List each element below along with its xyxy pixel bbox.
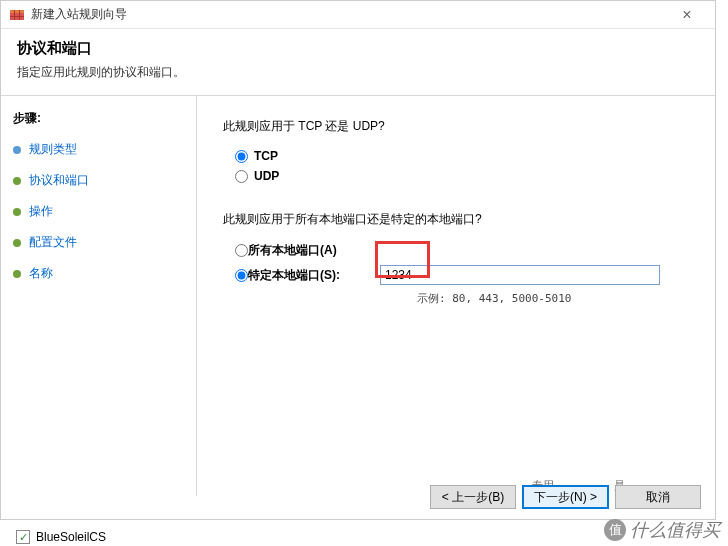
step-action[interactable]: 操作 — [13, 203, 184, 220]
radio-udp-label: UDP — [254, 169, 279, 183]
radio-tcp[interactable] — [235, 150, 248, 163]
app-name-label: BlueSoleilCS — [36, 530, 106, 544]
radio-specific-ports[interactable] — [235, 269, 248, 282]
next-button[interactable]: 下一步(N) > — [522, 485, 609, 509]
bullet-icon — [13, 270, 21, 278]
back-button[interactable]: < 上一步(B) — [430, 485, 516, 509]
radio-udp[interactable] — [235, 170, 248, 183]
titlebar: 新建入站规则向导 × — [1, 1, 715, 29]
watermark-text: 什么值得买 — [630, 518, 720, 542]
radio-specific-ports-label: 特定本地端口(S): — [248, 267, 340, 284]
bullet-icon — [13, 239, 21, 247]
port-input[interactable] — [380, 265, 660, 285]
protocol-radio-group: TCP UDP — [235, 149, 689, 183]
window-title: 新建入站规则向导 — [31, 6, 667, 23]
page-title: 协议和端口 — [17, 39, 699, 58]
bullet-icon — [13, 208, 21, 216]
cancel-button[interactable]: 取消 — [615, 485, 701, 509]
step-name[interactable]: 名称 — [13, 265, 184, 282]
watermark: 值 什么值得买 — [604, 518, 720, 542]
checkbox-icon[interactable]: ✓ — [16, 530, 30, 544]
wizard-body: 步骤: 规则类型 协议和端口 操作 配置文件 名称 此规则应用于 TCP 还是 … — [1, 96, 715, 496]
wizard-main: 此规则应用于 TCP 还是 UDP? TCP UDP 此规则应用于所有本地端口还… — [197, 96, 715, 496]
close-button[interactable]: × — [667, 6, 707, 24]
radio-all-ports-label: 所有本地端口(A) — [248, 242, 337, 259]
step-protocol-port[interactable]: 协议和端口 — [13, 172, 184, 189]
firewall-icon — [9, 7, 25, 23]
steps-sidebar: 步骤: 规则类型 协议和端口 操作 配置文件 名称 — [1, 96, 197, 496]
watermark-icon: 值 — [604, 519, 626, 541]
steps-heading: 步骤: — [13, 110, 184, 127]
page-subtitle: 指定应用此规则的协议和端口。 — [17, 64, 699, 81]
svg-rect-1 — [10, 10, 24, 13]
step-rule-type[interactable]: 规则类型 — [13, 141, 184, 158]
port-example-text: 示例: 80, 443, 5000-5010 — [417, 291, 689, 306]
svg-rect-3 — [14, 10, 15, 20]
background-list-row: ✓ BlueSoleilCS — [16, 530, 106, 544]
wizard-window: 新建入站规则向导 × 协议和端口 指定应用此规则的协议和端口。 步骤: 规则类型… — [0, 0, 716, 520]
wizard-header: 协议和端口 指定应用此规则的协议和端口。 — [1, 29, 715, 96]
protocol-question: 此规则应用于 TCP 还是 UDP? — [223, 118, 689, 135]
port-radio-group: 所有本地端口(A) 特定本地端口(S): 示例: 80, 443, 5000-5… — [223, 242, 689, 306]
radio-all-ports[interactable] — [235, 244, 248, 257]
bullet-icon — [13, 146, 21, 154]
step-profile[interactable]: 配置文件 — [13, 234, 184, 251]
svg-rect-2 — [10, 16, 24, 17]
wizard-footer: < 上一步(B) 下一步(N) > 取消 — [430, 485, 701, 509]
svg-rect-4 — [19, 10, 20, 20]
port-question: 此规则应用于所有本地端口还是特定的本地端口? — [223, 211, 689, 228]
bullet-icon — [13, 177, 21, 185]
radio-tcp-label: TCP — [254, 149, 278, 163]
